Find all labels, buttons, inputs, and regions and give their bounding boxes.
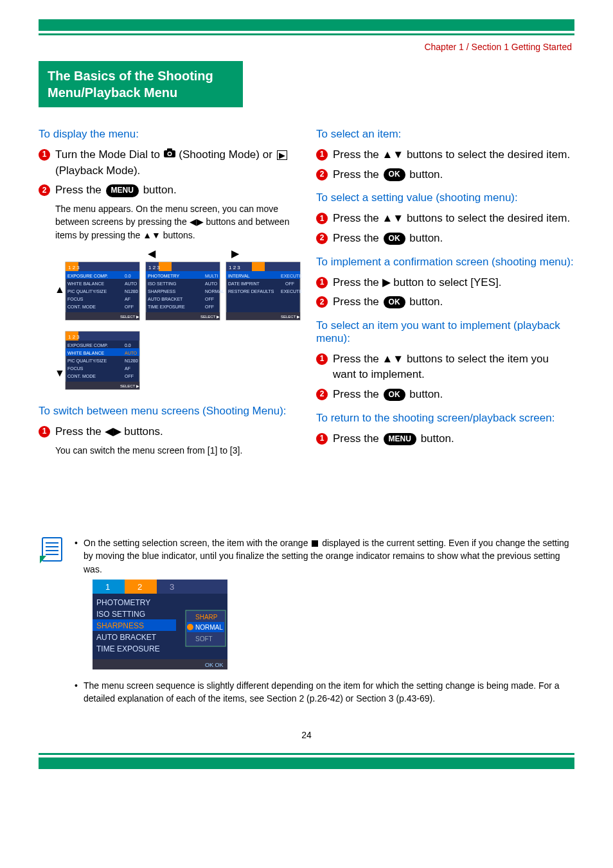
step-confirm-1: 1 Press the ▶ button to select [YES]. (316, 275, 574, 291)
svg-text:PHOTOMETRY: PHOTOMETRY (148, 274, 179, 278)
svg-text:FOCUS: FOCUS (67, 366, 84, 371)
svg-text:ISO SETTING: ISO SETTING (148, 281, 176, 286)
step-text: Press the ▲▼ buttons to select the desir… (333, 211, 574, 227)
note-text: On the setting selection screen, the ite… (84, 538, 310, 548)
svg-rect-1 (167, 148, 172, 151)
svg-text:N1280: N1280 (125, 359, 138, 363)
svg-text:N1280: N1280 (125, 289, 138, 294)
svg-text:OFF: OFF (125, 374, 134, 378)
svg-text:WHITE BALANCE: WHITE BALANCE (67, 351, 105, 355)
playback-icon: ▶ (277, 150, 287, 160)
svg-text:▶: ▶ (231, 248, 240, 259)
step-text: button. (409, 168, 443, 181)
menu-button-label: MENU (384, 433, 416, 445)
svg-point-3 (168, 153, 171, 155)
svg-text:EXECUTE: EXECUTE (281, 289, 302, 294)
note-item-1: On the setting selection screen, the ite… (75, 536, 574, 673)
svg-text:2: 2 (138, 582, 142, 592)
svg-text:1  2  3: 1 2 3 (68, 334, 80, 340)
svg-text:FOCUS: FOCUS (67, 297, 84, 301)
step-text: button. (409, 388, 443, 400)
svg-text:OFF: OFF (205, 297, 214, 301)
step-confirm-2: 2 Press the OK button. (316, 294, 574, 310)
step-number-icon: 2 (316, 296, 328, 308)
svg-text:SELECT ▶: SELECT ▶ (120, 315, 139, 319)
svg-text:AUTO BRACKET: AUTO BRACKET (96, 633, 157, 642)
svg-rect-72 (42, 538, 62, 561)
step-subtext: You can switch the menu screen from [1] … (55, 444, 297, 457)
step-text: Press the (333, 232, 382, 244)
step-text: Press the (333, 168, 382, 181)
svg-text:CONT. MODE: CONT. MODE (67, 305, 96, 309)
title-line-2: Menu/Playback Menu (48, 85, 177, 100)
svg-text:MULTI: MULTI (205, 274, 218, 278)
step-text: Press the (55, 184, 105, 196)
svg-text:1  2  3: 1 2 3 (68, 265, 80, 270)
svg-text:OFF: OFF (205, 305, 214, 309)
step-text: Turn the Mode Dial to (55, 148, 163, 161)
heading-switch-screens: To switch between menu screens (Shooting… (39, 405, 297, 418)
step-select-value-2: 2 Press the OK button. (316, 231, 574, 247)
step-text: Press the ▲▼ buttons to select the desir… (333, 147, 574, 163)
step-subtext: The menu appears. On the menu screen, yo… (55, 202, 297, 242)
svg-text:OFF: OFF (285, 281, 294, 286)
step-number-icon: 2 (316, 233, 328, 244)
header-bars (39, 19, 574, 35)
ok-button-label: OK (384, 168, 405, 181)
svg-text:INTERVAL: INTERVAL (228, 274, 250, 278)
step-text: Press the (333, 432, 382, 445)
heading-return-screen: To return to the shooting screen/playbac… (316, 412, 574, 425)
ok-button-label: OK (384, 296, 405, 308)
step-text: Press the ▲▼ buttons to select the item … (333, 351, 574, 383)
svg-text:TIME EXPOSURE: TIME EXPOSURE (148, 305, 185, 309)
svg-text:AUTO: AUTO (125, 351, 138, 355)
step-text: (Playback Mode). (55, 164, 140, 177)
svg-text:SELECT ▶: SELECT ▶ (281, 315, 300, 319)
right-column: To select an item: 1 Press the ▲▼ button… (316, 119, 574, 459)
svg-text:DATE IMPRINT: DATE IMPRINT (228, 281, 260, 286)
step-number-icon: 1 (316, 277, 328, 288)
svg-text:RESTORE DEFAULTS: RESTORE DEFAULTS (228, 289, 274, 294)
svg-text:AUTO: AUTO (205, 281, 218, 286)
step-text: Press the ▶ button to select [YES]. (333, 275, 574, 291)
step-text: button. (421, 432, 454, 445)
step-return-1: 1 Press the MENU button. (316, 431, 574, 447)
step-text: button. (409, 232, 443, 244)
heading-select-value: To select a setting value (shooting menu… (316, 191, 574, 204)
step-number-icon: 1 (39, 426, 50, 438)
chapter-section-label: Chapter 1 / Section 1 Getting Started (39, 42, 572, 52)
heading-select-item: To select an item: (316, 128, 574, 141)
svg-rect-25 (159, 262, 172, 271)
footer-bars (39, 753, 574, 769)
svg-point-94 (186, 623, 194, 631)
step-select-item-1: 1 Press the ▲▼ buttons to select the des… (316, 147, 574, 163)
menu-screens-illustration: ◀ ▶ 1 2 3 EXPOSURE COMP. 0.0 (51, 248, 297, 396)
svg-text:EXPOSURE COMP.: EXPOSURE COMP. (67, 343, 108, 348)
svg-rect-42 (252, 262, 265, 271)
step-number-icon: 1 (316, 149, 328, 161)
svg-text:◀: ◀ (148, 248, 156, 259)
svg-text:AUTO BRACKET: AUTO BRACKET (148, 297, 183, 301)
heading-playback-item: To select an item you want to implement … (316, 319, 574, 345)
step-playback-2: 2 Press the OK button. (316, 387, 574, 403)
step-display-2: 2 Press the MENU button. (39, 182, 297, 199)
square-indicator-icon (312, 540, 318, 547)
svg-text:AUTO: AUTO (125, 281, 138, 286)
note-item-2: The menu screen sequence is slightly dif… (75, 679, 574, 705)
step-number-icon: 2 (316, 169, 328, 181)
note-section: On the setting selection screen, the ite… (39, 536, 574, 711)
svg-text:PHOTOMETRY: PHOTOMETRY (96, 598, 150, 607)
svg-text:▼: ▼ (55, 368, 65, 378)
step-text: button. (143, 184, 177, 196)
note-text: The menu screen sequence is slightly dif… (84, 680, 560, 704)
step-select-value-1: 1 Press the ▲▼ buttons to select the des… (316, 211, 574, 227)
svg-text:WHITE BALANCE: WHITE BALANCE (67, 281, 105, 286)
svg-text:1  2  3: 1 2 3 (229, 265, 240, 270)
step-text: button. (409, 296, 443, 308)
step-number-icon: 2 (39, 184, 50, 196)
step-number-icon: 1 (39, 149, 50, 161)
step-text: Press the ◀▶ buttons. (55, 424, 297, 440)
svg-text:TIME EXPOSURE: TIME EXPOSURE (96, 644, 160, 653)
svg-text:AF: AF (125, 366, 130, 371)
svg-text:NORMAL: NORMAL (205, 289, 224, 294)
